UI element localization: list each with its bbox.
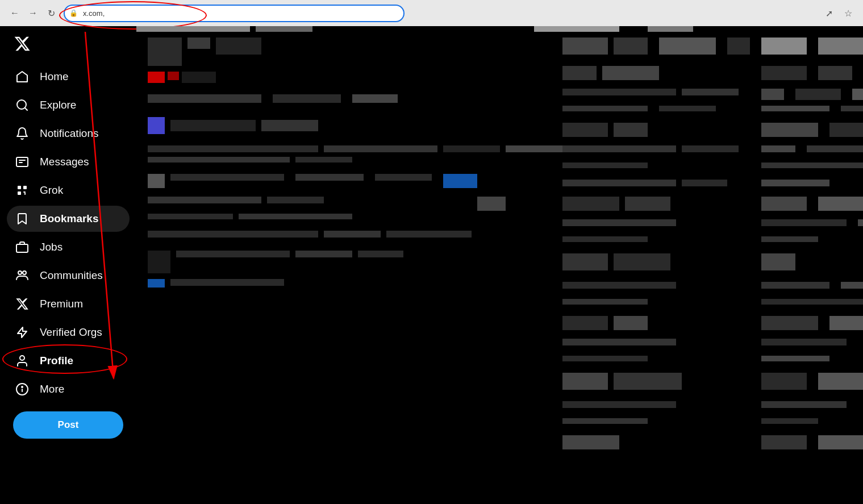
premium-icon: [15, 297, 30, 311]
address-bar[interactable]: [64, 5, 405, 22]
sidebar-item-jobs[interactable]: Jobs: [7, 234, 130, 260]
svg-rect-128: [562, 418, 648, 424]
sidebar-item-bookmarks[interactable]: Bookmarks: [7, 206, 130, 232]
svg-rect-95: [682, 180, 727, 186]
sidebar-item-explore[interactable]: Explore: [7, 92, 130, 118]
browser-actions: ➚ ☆: [821, 5, 856, 21]
svg-rect-78: [562, 106, 648, 111]
bell-icon: [15, 126, 30, 141]
svg-rect-54: [295, 251, 352, 257]
svg-rect-59: [614, 38, 648, 55]
svg-rect-55: [358, 251, 403, 257]
svg-rect-101: [562, 219, 676, 226]
svg-rect-118: [562, 339, 676, 345]
grok-icon: [15, 183, 30, 198]
sidebar-item-more[interactable]: More: [7, 376, 130, 402]
svg-rect-88: [682, 145, 739, 152]
sidebar-item-notifications[interactable]: Notifications: [7, 120, 130, 147]
jobs-icon: [15, 240, 30, 255]
sidebar: Home Explore Notifications: [0, 26, 136, 504]
svg-rect-122: [562, 373, 608, 390]
star-button[interactable]: ☆: [840, 5, 856, 21]
back-button[interactable]: ←: [7, 5, 23, 21]
svg-rect-87: [562, 145, 676, 152]
svg-rect-125: [818, 373, 863, 390]
svg-rect-42: [375, 174, 432, 181]
sidebar-item-jobs-label: Jobs: [40, 241, 62, 253]
svg-rect-37: [148, 157, 290, 163]
svg-rect-108: [761, 253, 795, 270]
svg-rect-115: [614, 316, 648, 330]
svg-rect-129: [761, 418, 818, 424]
svg-rect-18: [256, 26, 312, 32]
svg-rect-63: [818, 38, 863, 55]
svg-rect-8: [24, 193, 26, 195]
browser-nav-buttons: ← → ↻: [7, 5, 59, 21]
svg-rect-72: [562, 89, 676, 95]
svg-rect-121: [761, 356, 829, 361]
svg-rect-27: [148, 94, 261, 103]
blurred-content: [136, 26, 863, 504]
share-button[interactable]: ➚: [821, 5, 837, 21]
forward-button[interactable]: →: [25, 5, 41, 21]
svg-rect-109: [562, 282, 676, 289]
svg-rect-47: [148, 214, 233, 219]
svg-rect-92: [761, 163, 863, 168]
feed-content: [136, 26, 863, 504]
sidebar-item-premium[interactable]: Premium: [7, 291, 130, 317]
svg-rect-99: [761, 197, 807, 211]
post-button[interactable]: Post: [13, 411, 123, 439]
svg-rect-21: [148, 38, 182, 66]
svg-rect-104: [562, 236, 648, 242]
svg-rect-107: [614, 253, 670, 270]
sidebar-item-profile[interactable]: Profile: [7, 348, 130, 374]
sidebar-item-grok-label: Grok: [40, 184, 63, 197]
refresh-button[interactable]: ↻: [43, 5, 59, 21]
svg-rect-6: [23, 186, 27, 189]
svg-rect-51: [386, 231, 472, 238]
svg-rect-113: [761, 299, 863, 305]
sidebar-item-communities[interactable]: Communities: [7, 263, 130, 289]
svg-rect-112: [562, 299, 648, 305]
svg-point-11: [18, 271, 22, 274]
svg-rect-41: [295, 174, 364, 181]
svg-rect-130: [562, 435, 619, 449]
svg-rect-97: [562, 197, 619, 211]
sidebar-item-verified-orgs[interactable]: Verified Orgs: [7, 319, 130, 345]
svg-rect-26: [182, 72, 216, 83]
svg-rect-131: [761, 435, 807, 449]
person-icon: [15, 353, 30, 368]
svg-rect-80: [761, 106, 829, 111]
svg-rect-53: [176, 251, 290, 257]
svg-rect-61: [727, 38, 750, 55]
svg-rect-94: [562, 180, 676, 186]
sidebar-item-more-label: More: [40, 383, 64, 395]
svg-rect-40: [170, 174, 284, 181]
sidebar-item-bookmarks-label: Bookmarks: [40, 213, 99, 225]
svg-rect-57: [170, 279, 284, 286]
svg-rect-31: [170, 120, 256, 131]
sidebar-item-messages-label: Messages: [40, 156, 89, 168]
svg-rect-32: [261, 120, 318, 131]
sidebar-item-grok[interactable]: Grok: [7, 177, 130, 203]
svg-rect-83: [614, 123, 648, 137]
svg-rect-105: [761, 236, 818, 242]
svg-point-15: [22, 386, 23, 388]
svg-rect-44: [148, 197, 261, 203]
svg-rect-33: [148, 145, 318, 152]
svg-rect-23: [216, 38, 261, 55]
sidebar-logo[interactable]: [7, 31, 130, 59]
svg-rect-62: [761, 38, 807, 55]
svg-rect-73: [682, 89, 739, 95]
svg-rect-45: [267, 197, 324, 203]
sidebar-item-premium-label: Premium: [40, 298, 83, 310]
browser-chrome: ← → ↻ 🔒 ➚ ☆: [0, 0, 863, 26]
sidebar-item-home[interactable]: Home: [7, 64, 130, 90]
svg-rect-127: [761, 401, 847, 408]
svg-rect-19: [534, 26, 619, 32]
svg-rect-132: [818, 435, 863, 449]
svg-rect-110: [761, 282, 829, 289]
svg-rect-76: [852, 89, 863, 100]
sidebar-item-messages[interactable]: Messages: [7, 149, 130, 175]
communities-icon: [15, 268, 30, 283]
